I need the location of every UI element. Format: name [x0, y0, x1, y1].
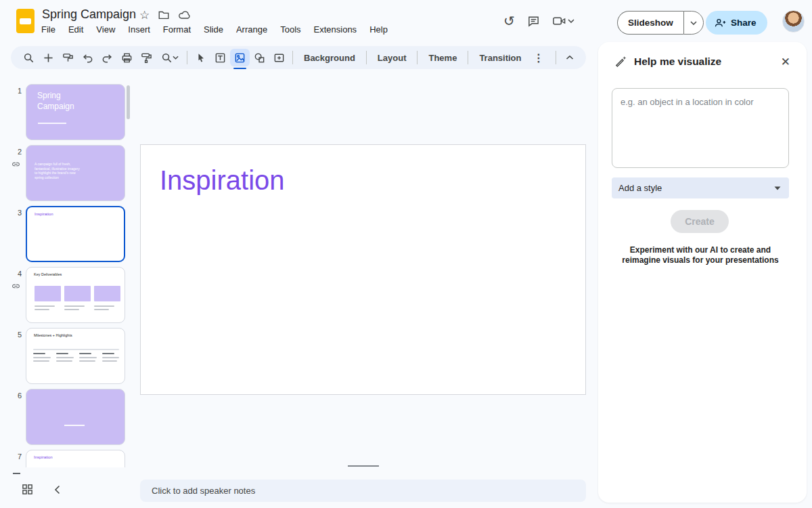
slide-number: 3: [11, 209, 22, 217]
print-icon[interactable]: [117, 49, 137, 66]
collapse-filmstrip-icon[interactable]: [54, 485, 60, 494]
comments-icon[interactable]: [527, 15, 540, 28]
slide-filmstrip[interactable]: 1 Spring Campaign 2 A campaign full of f…: [0, 75, 135, 467]
toolbar-overflow-icon[interactable]: ⋮: [529, 49, 549, 66]
thumb-title: Key Deliverables: [34, 272, 62, 276]
toolbar-separator: [292, 51, 293, 64]
text-line-placeholder: [33, 353, 45, 354]
select-tool-icon[interactable]: [191, 49, 210, 66]
slide-thumbnail-5[interactable]: Milestones + Highlights: [26, 328, 125, 384]
join-call-button[interactable]: [552, 15, 574, 27]
menu-format[interactable]: Format: [163, 24, 191, 35]
thumb-title: Inspiration: [35, 212, 53, 216]
panel-title: Help me visualize: [634, 56, 721, 68]
text-line-placeholder: [79, 353, 91, 354]
menu-file[interactable]: File: [41, 24, 55, 35]
paint-format-icon[interactable]: [137, 49, 156, 66]
table-rule: [33, 349, 119, 350]
chevron-down-icon: [173, 56, 179, 60]
person-add-icon: [714, 17, 726, 29]
toolbar-separator: [556, 51, 556, 64]
shape-tool-icon[interactable]: [250, 49, 269, 66]
text-line-placeholder: [102, 360, 117, 362]
slide-thumbnail-6[interactable]: [26, 389, 125, 445]
slide-thumbnail-1[interactable]: Spring Campaign: [26, 84, 125, 140]
text-line-placeholder: [64, 425, 85, 426]
slide-number: 7: [11, 452, 22, 461]
toolbar-separator: [417, 51, 418, 64]
speaker-notes[interactable]: Click to add speaker notes: [140, 480, 586, 502]
visualize-prompt-input[interactable]: [612, 88, 789, 168]
slideshow-button[interactable]: Slideshow: [617, 11, 683, 35]
menu-help[interactable]: Help: [369, 24, 388, 35]
menu-edit[interactable]: Edit: [68, 24, 83, 35]
transition-button[interactable]: Transition: [472, 53, 528, 63]
account-avatar[interactable]: [782, 10, 805, 33]
background-button[interactable]: Background: [296, 53, 363, 63]
slide-number: 6: [11, 391, 22, 400]
thumb-title-line: Campaign: [37, 102, 74, 111]
toolbar-separator: [187, 51, 187, 64]
slide-thumbnail-2[interactable]: A campaign full of fresh, fantastical, i…: [26, 145, 125, 201]
new-slide-icon[interactable]: [39, 49, 58, 66]
slide-number: 1: [11, 87, 22, 95]
dropdown-arrow-icon: [774, 186, 781, 190]
image-placeholder: [64, 286, 91, 301]
menu-tools[interactable]: Tools: [280, 24, 300, 35]
add-style-label: Add a style: [618, 183, 662, 193]
text-line-placeholder: [64, 305, 85, 307]
menu-slide[interactable]: Slide: [204, 24, 223, 35]
thumb-body-text: A campaign full of fresh, fantastical, i…: [35, 162, 83, 179]
undo-icon[interactable]: [78, 49, 97, 66]
zoom-dropdown[interactable]: [156, 49, 183, 66]
text-line-placeholder: [35, 305, 55, 307]
slide-number: 4: [11, 270, 22, 278]
add-style-dropdown[interactable]: Add a style: [612, 177, 789, 198]
insert-placeholder-icon[interactable]: [269, 49, 289, 66]
linked-slide-indicator: [13, 473, 20, 474]
toolbar-separator: [468, 51, 468, 64]
menu-arrange[interactable]: Arrange: [236, 24, 267, 35]
panel-description: Experiment with our AI to create and rei…: [616, 245, 784, 266]
share-label: Share: [731, 18, 757, 28]
slides-logo[interactable]: [16, 9, 35, 33]
slide-canvas[interactable]: Inspiration: [140, 144, 586, 395]
slideshow-options-button[interactable]: [683, 11, 704, 35]
thumb-title-line: Spring: [37, 91, 61, 100]
filmstrip-scrollbar[interactable]: [127, 85, 130, 119]
notes-resize-handle[interactable]: [348, 465, 379, 467]
slide-title-text[interactable]: Inspiration: [160, 165, 285, 196]
linked-slide-icon: [12, 282, 20, 291]
version-history-icon[interactable]: ↺: [503, 14, 515, 28]
text-line-placeholder: [56, 360, 72, 362]
close-panel-icon[interactable]: ✕: [781, 55, 790, 69]
search-menus-icon[interactable]: [19, 49, 39, 66]
menu-insert[interactable]: Insert: [128, 24, 150, 35]
redo-icon[interactable]: [97, 49, 117, 66]
thumb-title: Milestones + Highlights: [34, 333, 72, 337]
text-line-placeholder: [33, 360, 49, 362]
share-button[interactable]: Share: [706, 11, 767, 35]
text-line-placeholder: [35, 309, 49, 310]
slide-thumbnail-4[interactable]: Key Deliverables: [26, 267, 125, 323]
document-title[interactable]: Spring Campaign: [42, 7, 136, 22]
slide-thumbnail-3-selected[interactable]: Inspiration: [26, 206, 125, 262]
menu-bar: File Edit View Insert Format Slide Arran…: [41, 24, 388, 35]
create-button[interactable]: Create: [671, 210, 729, 233]
speaker-notes-placeholder: Click to add speaker notes: [152, 486, 255, 496]
menu-extensions[interactable]: Extensions: [314, 24, 357, 35]
star-icon[interactable]: ☆: [139, 9, 150, 21]
grid-view-icon[interactable]: [22, 484, 33, 495]
slideshow-split-button: Slideshow: [617, 11, 704, 35]
text-box-tool-icon[interactable]: [210, 49, 230, 66]
move-folder-icon[interactable]: [158, 9, 170, 21]
collapse-toolbar-icon[interactable]: [560, 49, 579, 66]
theme-button[interactable]: Theme: [421, 53, 464, 63]
gemini-rewrite-icon[interactable]: [58, 49, 78, 66]
layout-button[interactable]: Layout: [370, 53, 414, 63]
slide-thumbnail-7[interactable]: Inspiration: [26, 450, 125, 467]
chevron-down-icon: [568, 19, 574, 23]
menu-view[interactable]: View: [96, 24, 115, 35]
cloud-status-icon[interactable]: [178, 9, 191, 21]
insert-image-tool-icon[interactable]: [230, 49, 250, 66]
